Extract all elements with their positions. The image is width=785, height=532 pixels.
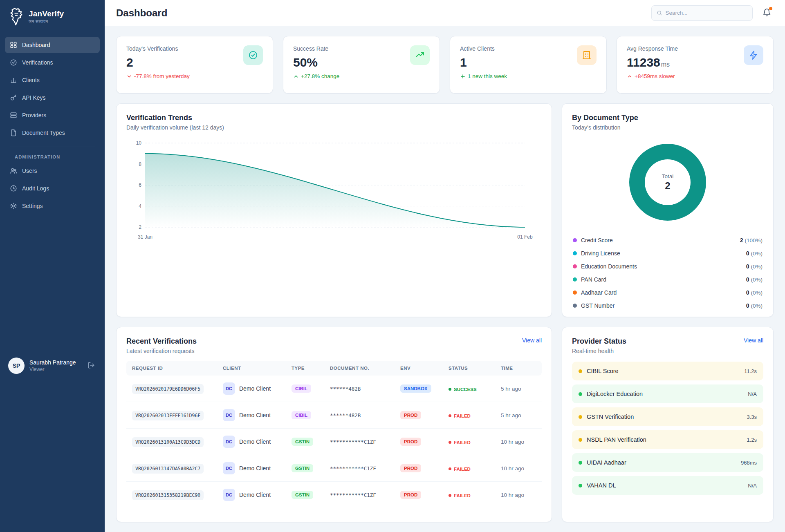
sidebar-item-label: Users bbox=[22, 168, 37, 174]
sidebar-item-providers[interactable]: Providers bbox=[5, 107, 100, 123]
table-row[interactable]: VRQ2026020179E6DD6D06F5 DCDemo Client CI… bbox=[126, 376, 542, 402]
check-circle-icon bbox=[243, 45, 263, 65]
search-box[interactable] bbox=[651, 5, 753, 21]
legend-item-pan-card: PAN Card 0(0%) bbox=[572, 273, 763, 286]
provider-item-gstn-verification: GSTN Verification 3.3s bbox=[572, 407, 763, 426]
logout-button[interactable] bbox=[86, 360, 96, 372]
main-area: Dashboard Today's Verifications 2 -7 bbox=[105, 0, 785, 532]
legend-dot-icon bbox=[573, 238, 577, 242]
table-row[interactable]: VRQ202602013FFFE161D96F DCDemo Client CI… bbox=[126, 402, 542, 429]
document-number: ***********C1ZF bbox=[330, 465, 376, 472]
status-badge: FAILED bbox=[449, 467, 471, 472]
svg-text:4: 4 bbox=[139, 203, 141, 209]
time-value: 10 hr ago bbox=[501, 492, 524, 498]
sidebar-item-settings[interactable]: Settings bbox=[5, 198, 100, 214]
status-dot-icon bbox=[449, 494, 451, 497]
sidebar-item-label: API Keys bbox=[22, 94, 46, 101]
type-badge: CIBIL bbox=[292, 411, 311, 419]
sidebar-item-api-keys[interactable]: API Keys bbox=[5, 89, 100, 106]
stat-delta: +8459ms slower bbox=[627, 73, 678, 79]
column-header-env: ENV bbox=[395, 361, 443, 376]
column-header-document-no: DOCUMENT NO. bbox=[324, 361, 395, 376]
user-meta: Saurabh Patrange Viewer bbox=[29, 359, 81, 372]
bar-chart-icon bbox=[10, 76, 17, 84]
user-box: SP Saurabh Patrange Viewer bbox=[0, 350, 105, 381]
sidebar-item-clients[interactable]: Clients bbox=[5, 72, 100, 88]
time-value: 5 hr ago bbox=[501, 386, 521, 392]
brand: JanVerify जन सत्यापन bbox=[0, 0, 105, 33]
sidebar-item-audit-logs[interactable]: Audit Logs bbox=[5, 180, 100, 197]
document-number: ******482B bbox=[330, 412, 361, 418]
legend-dot-icon bbox=[573, 304, 577, 308]
sidebar-section-administration: ADMINISTRATION bbox=[5, 147, 100, 163]
table-row[interactable]: VRQ2026013100A13C9D3DCD DCDemo Client GS… bbox=[126, 429, 542, 455]
table-row[interactable]: VRQ202601315358219BEC90 DCDemo Client GS… bbox=[126, 482, 542, 508]
time-value: 10 hr ago bbox=[501, 439, 524, 445]
recent-verifications-card: Recent Verifications Latest verification… bbox=[116, 327, 552, 522]
health-dot-icon bbox=[579, 438, 582, 442]
table-row[interactable]: VRQ2026013147DA5A0BA2C7 DCDemo Client GS… bbox=[126, 455, 542, 482]
health-dot-icon bbox=[579, 461, 582, 465]
user-name: Saurabh Patrange bbox=[29, 359, 81, 366]
view-all-verifications-link[interactable]: View all bbox=[522, 337, 542, 344]
client-name: Demo Client bbox=[239, 385, 271, 392]
avatar[interactable]: SP bbox=[8, 358, 25, 374]
document-number: ***********C1ZF bbox=[330, 492, 376, 498]
status-badge: FAILED bbox=[449, 493, 471, 498]
search-input[interactable] bbox=[666, 10, 747, 16]
health-dot-icon bbox=[579, 369, 582, 373]
client-avatar: DC bbox=[223, 382, 235, 395]
legend-dot-icon bbox=[573, 264, 577, 268]
document-number: ***********C1ZF bbox=[330, 439, 376, 445]
env-badge: SANDBOX bbox=[400, 384, 431, 393]
stat-unit: ms bbox=[661, 61, 670, 68]
donut-total-label: Total bbox=[662, 173, 674, 179]
provider-latency: 1.2s bbox=[747, 437, 757, 443]
donut-subtitle: Today's distribution bbox=[572, 124, 763, 131]
column-header-type: TYPE bbox=[286, 361, 324, 376]
trending-up-icon bbox=[410, 45, 430, 65]
donut-title: By Document Type bbox=[572, 114, 763, 122]
sidebar-item-dashboard[interactable]: Dashboard bbox=[5, 37, 100, 53]
donut-total-value: 2 bbox=[665, 180, 670, 192]
plus-icon bbox=[460, 74, 466, 79]
request-id: VRQ202602013FFFE161D96F bbox=[132, 411, 204, 420]
notifications-button[interactable] bbox=[760, 6, 774, 20]
column-header-client: CLIENT bbox=[217, 361, 286, 376]
brand-tagline: जन सत्यापन bbox=[29, 19, 64, 24]
health-dot-icon bbox=[579, 484, 582, 487]
view-all-providers-link[interactable]: View all bbox=[744, 337, 763, 344]
sidebar-item-label: Verifications bbox=[22, 59, 53, 66]
sidebar-item-users[interactable]: Users bbox=[5, 163, 100, 179]
stat-delta: 1 new this week bbox=[460, 73, 507, 79]
user-role: Viewer bbox=[29, 367, 81, 372]
brand-name: JanVerify bbox=[29, 9, 64, 18]
clock-icon bbox=[10, 185, 17, 192]
chevron-up-icon bbox=[293, 74, 299, 79]
status-dot-icon bbox=[449, 441, 451, 444]
status-badge: FAILED bbox=[449, 414, 471, 418]
verification-trends-card: Verification Trends Daily verification v… bbox=[116, 103, 552, 317]
provider-latency: N/A bbox=[748, 391, 757, 397]
page-title: Dashboard bbox=[116, 7, 167, 19]
env-badge: PROD bbox=[400, 491, 421, 499]
key-icon bbox=[10, 94, 17, 101]
gear-icon bbox=[10, 202, 17, 210]
stat-card-avg-response-time: Avg Response Time 11238ms +8459ms slower bbox=[617, 36, 774, 94]
provider-latency: 968ms bbox=[741, 460, 757, 466]
chart-subtitle: Daily verification volume (last 12 days) bbox=[126, 124, 542, 131]
request-id: VRQ2026013147DA5A0BA2C7 bbox=[132, 464, 204, 474]
stat-value: 2 bbox=[126, 56, 190, 69]
type-badge: GSTIN bbox=[292, 438, 313, 446]
provider-item-uidai-aadhaar: UIDAI Aadhaar 968ms bbox=[572, 453, 763, 472]
provider-item-cibil-score: CIBIL Score 11.2s bbox=[572, 362, 763, 380]
sidebar: JanVerify जन सत्यापन Dashboard Verificat… bbox=[0, 0, 105, 532]
sidebar-item-document-types[interactable]: Document Types bbox=[5, 125, 100, 141]
client-avatar: DC bbox=[223, 436, 235, 448]
chevron-up-icon bbox=[627, 74, 632, 79]
providers-title: Provider Status bbox=[572, 337, 626, 346]
svg-text:10: 10 bbox=[136, 140, 142, 146]
sidebar-item-verifications[interactable]: Verifications bbox=[5, 54, 100, 71]
status-dot-icon bbox=[449, 388, 451, 391]
provider-latency: 11.2s bbox=[744, 368, 757, 374]
